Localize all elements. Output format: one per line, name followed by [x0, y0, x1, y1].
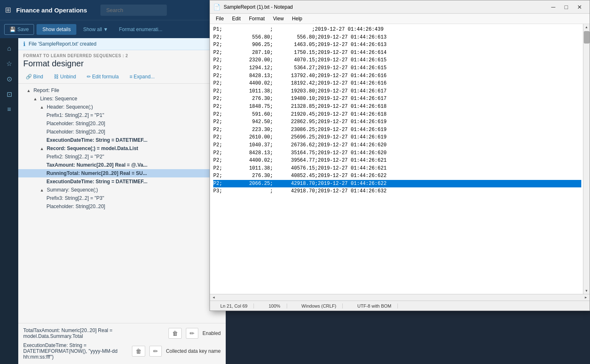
tree-area: ▲ Report: File▲ Lines: Sequence▲ Header:… — [18, 84, 226, 323]
tree-toggle-icon: ▲ — [40, 105, 45, 109]
tree-toggle-icon: ▲ — [40, 146, 45, 151]
notepad-line: P2; 556.80; 556.80;2019-12-27 01:44:26:6… — [213, 38, 387, 40]
notepad-line: P2; 1294.12; 5364.27;2019-12-27 01:44:26… — [213, 65, 387, 71]
expand-icon: ≡ — [129, 74, 132, 80]
scroll-left-arrow[interactable]: ◄ — [210, 294, 217, 301]
tree-item-label: Placeholder: String[20..20] — [46, 129, 105, 135]
tree-item-label: TaxAmount: Numeric[20..20] Real = @.Va..… — [46, 162, 147, 168]
row-status: Collected data key name — [166, 348, 221, 354]
tree-toggle-icon: ▲ — [27, 88, 32, 93]
tree-item[interactable]: ExecutionDateTime: String = DATETIMEF... — [18, 136, 226, 144]
tree-item-label: Prefix3: String[2..2] = "P3" — [46, 195, 104, 201]
notepad-line: P2; 276.30; 40852.45;2019-12-27 01:44:26… — [213, 173, 387, 179]
edit-formula-button[interactable]: ✏ Edit formula — [84, 73, 121, 81]
left-panel: ℹ File 'SampleReport.txt' created FORMAT… — [18, 38, 226, 364]
edit-button[interactable]: ✏ — [186, 328, 198, 339]
main-area: ⌂ ☆ ⊙ ⊡ ≡ ℹ File 'SampleReport.txt' crea… — [0, 38, 590, 364]
row-status: Enabled — [202, 330, 221, 336]
tree-item[interactable]: Prefix2: String[2..2] = "P2" — [18, 153, 226, 161]
tree-item[interactable]: ExecutionDateTime: String = DATETIMEF... — [18, 177, 226, 186]
scroll-down-arrow[interactable]: ▼ — [584, 288, 590, 294]
edit-button[interactable]: ✏ — [149, 346, 162, 357]
favorites-icon[interactable]: ☆ — [3, 56, 15, 71]
app-grid-icon[interactable]: ⊞ — [5, 5, 11, 15]
notepad-horizontal-scrollbar[interactable]: ◄ ► — [210, 294, 590, 301]
bottom-panel: TotalTaxAmount: Numeric[20..20] Real = m… — [18, 323, 226, 364]
scroll-thumb[interactable] — [584, 38, 590, 44]
notepad-text-area[interactable]: P1; ; ;2019-12-27 01:44:26:439 P2; 556.8… — [210, 38, 590, 294]
tree-item[interactable]: TaxAmount: Numeric[20..20] Real = @.Va..… — [18, 161, 226, 169]
notepad-line: P2; 276.30; 19480.10;2019-12-27 01:44:26… — [213, 96, 387, 102]
tree-toggle-icon: ▲ — [33, 97, 39, 101]
tree-item[interactable]: Prefix1: String[2..2] = "P1" — [18, 111, 226, 119]
tree-item[interactable]: Prefix3: String[2..2] = "P3" — [18, 194, 226, 202]
scroll-right-arrow[interactable]: ► — [582, 294, 590, 301]
save-icon: 💾 — [10, 27, 16, 32]
tree-item-label: ExecutionDateTime: String = DATETIMEF... — [46, 137, 147, 143]
info-bar: ℹ File 'SampleReport.txt' created — [18, 38, 226, 50]
tree-item[interactable]: ▲ Report: File — [18, 86, 226, 95]
tree-item-label: Header: Sequence(;) — [47, 104, 93, 110]
notepad-line: P2; 8428.13; 35164.75;2019-12-27 01:44:2… — [213, 150, 387, 156]
notepad-line: P2; 1011.38; 40576.15;2019-12-27 01:44:2… — [213, 165, 387, 171]
notepad-vertical-scrollbar[interactable]: ▲ ▼ — [583, 38, 590, 294]
encoding: UTF-8 with BOM — [351, 303, 398, 308]
notepad-line: P2; 4400.02; 18192.42;2019-12-27 01:44:2… — [213, 80, 387, 86]
tree-item[interactable]: ▲ Header: Sequence(;) — [18, 103, 226, 111]
tree-item-label: Placeholder: String[20..20] — [46, 204, 105, 209]
bind-chain-icon: 🔗 — [26, 74, 32, 80]
edit-formula-icon: ✏ — [87, 74, 91, 80]
workspace-icon[interactable]: ⊡ — [3, 87, 15, 102]
notepad-line: P2; 1011.38; 19203.80;2019-12-27 01:44:2… — [213, 88, 387, 94]
action-bar: 🔗 Bind ⛓ Unbind ✏ Edit formula ≡ Expand.… — [18, 70, 226, 84]
notepad-line: P2; 591.60; 21920.45;2019-12-27 01:44:26… — [213, 112, 387, 117]
tree-item[interactable]: ▲ Lines: Sequence — [18, 95, 226, 103]
bottom-row-label: TotalTaxAmount: Numeric[20..20] Real = m… — [23, 328, 164, 339]
notepad-line: P2; 1040.37; 26736.62;2019-12-27 01:44:2… — [213, 142, 387, 148]
notepad-line: P2; 1848.75; 21328.85;2019-12-27 01:44:2… — [213, 104, 387, 109]
show-details-button[interactable]: Show details — [37, 24, 76, 35]
history-icon[interactable]: ⊙ — [3, 72, 15, 86]
bottom-row: TotalTaxAmount: Numeric[20..20] Real = m… — [23, 328, 221, 339]
notepad-line: P2; 4400.02; 39564.77;2019-12-27 01:44:2… — [213, 158, 387, 163]
delete-button[interactable]: 🗑 — [132, 346, 145, 357]
unbind-button[interactable]: ⛓ Unbind — [51, 73, 78, 81]
side-icons-panel: ⌂ ☆ ⊙ ⊡ ≡ — [0, 38, 18, 364]
tree-item-label: Lines: Sequence — [40, 96, 77, 102]
tree-item-label: Summary: Sequence(;) — [47, 187, 98, 193]
delete-button[interactable]: 🗑 — [168, 328, 182, 339]
notepad-line-highlighted: P2; 2066.25; 42918.70;2019-12-27 01:44:2… — [213, 180, 581, 188]
tree-item[interactable]: RunningTotal: Numeric[20..20] Real = SU.… — [18, 169, 226, 177]
save-button[interactable]: 💾 Save — [4, 24, 34, 35]
format-enum-button[interactable]: Format enumerati... — [115, 24, 167, 35]
fd-subtitle: FORMAT TO LEARN DEFERRED SEQUENCES : 2 — [23, 53, 221, 58]
notepad-line: P2; 2610.00; 25696.25;2019-12-27 01:44:2… — [213, 134, 387, 140]
notepad-line: P3; ; 42918.70;2019-12-27 01:44:26:632 — [213, 188, 387, 194]
modules-icon[interactable]: ≡ — [4, 102, 14, 116]
tree-item[interactable]: ▲ Record: Sequence(;) = model.Data.List — [18, 144, 226, 153]
bottom-row-label: ExecutionDateTime: String = DATETIMEFORM… — [23, 342, 128, 360]
bottom-row: ExecutionDateTime: String = DATETIMEFORM… — [23, 342, 221, 360]
tree-item-label: RunningTotal: Numeric[20..20] Real = SU.… — [46, 170, 147, 176]
tree-toggle-icon: ▲ — [40, 188, 45, 192]
notepad-content: P1; ; ;2019-12-27 01:44:26:439 P2; 556.8… — [210, 38, 590, 294]
cursor-position: Ln 21, Col 69 — [214, 303, 254, 308]
fd-title: Format designer — [23, 59, 221, 68]
tree-item[interactable]: ▲ Summary: Sequence(;) — [18, 186, 226, 194]
info-icon: ℹ — [23, 41, 25, 47]
tree-item-label: Record: Sequence(;) = model.Data.List — [47, 146, 138, 151]
home-icon[interactable]: ⌂ — [4, 41, 15, 56]
line-ending: Windows (CRLF) — [295, 303, 343, 308]
format-designer-header: FORMAT TO LEARN DEFERRED SEQUENCES : 2 F… — [18, 50, 226, 70]
info-message: File 'SampleReport.txt' created — [29, 41, 96, 47]
unbind-icon: ⛓ — [54, 74, 59, 80]
search-input[interactable] — [100, 5, 167, 16]
expand-button[interactable]: ≡ Expand... — [127, 73, 157, 81]
tree-item-label: Report: File — [34, 87, 59, 93]
bind-button[interactable]: 🔗 Bind — [23, 73, 46, 81]
tree-item-label: Prefix2: String[2..2] = "P2" — [46, 154, 104, 160]
show-all-button[interactable]: Show all ▼ — [79, 24, 112, 35]
tree-item[interactable]: Placeholder: String[20..20] — [18, 202, 226, 211]
tree-item[interactable]: Placeholder: String[20..20] — [18, 119, 226, 128]
tree-item[interactable]: Placeholder: String[20..20] — [18, 128, 226, 136]
